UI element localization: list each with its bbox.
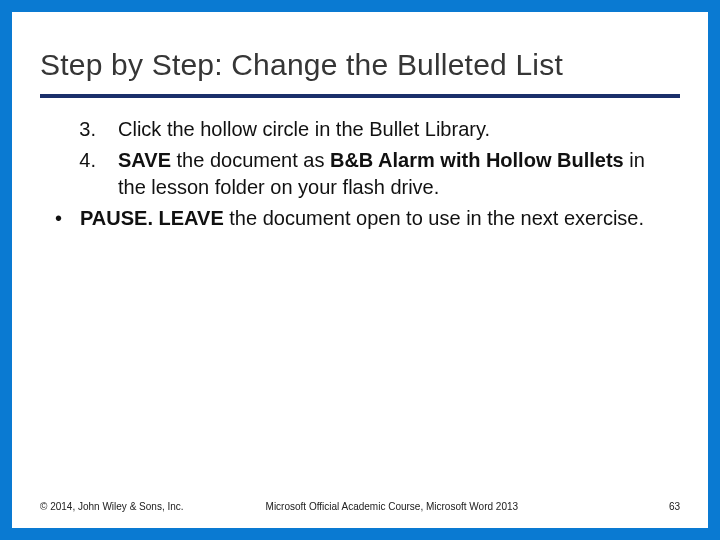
title-underline: [40, 94, 680, 98]
slide-title: Step by Step: Change the Bulleted List: [40, 48, 680, 82]
step-number: 3.: [40, 116, 118, 143]
bullet-item: • PAUSE. LEAVE the document open to use …: [40, 205, 680, 232]
slide-body: 3. Click the hollow circle in the Bullet…: [40, 116, 680, 232]
step-text: SAVE the document as B&B Alarm with Holl…: [118, 147, 680, 201]
step-item: 3. Click the hollow circle in the Bullet…: [40, 116, 680, 143]
bullet-marker: •: [40, 205, 80, 232]
step-number: 4.: [40, 147, 118, 201]
bullet-text: PAUSE. LEAVE the document open to use in…: [80, 205, 680, 232]
footer-page-number: 63: [669, 501, 680, 512]
step-text: Click the hollow circle in the Bullet Li…: [118, 116, 680, 143]
step-item: 4. SAVE the document as B&B Alarm with H…: [40, 147, 680, 201]
footer-copyright: © 2014, John Wiley & Sons, Inc.: [40, 501, 184, 512]
footer-course: Microsoft Official Academic Course, Micr…: [266, 501, 669, 512]
slide-footer: © 2014, John Wiley & Sons, Inc. Microsof…: [40, 501, 680, 512]
slide: Step by Step: Change the Bulleted List 3…: [0, 0, 720, 540]
